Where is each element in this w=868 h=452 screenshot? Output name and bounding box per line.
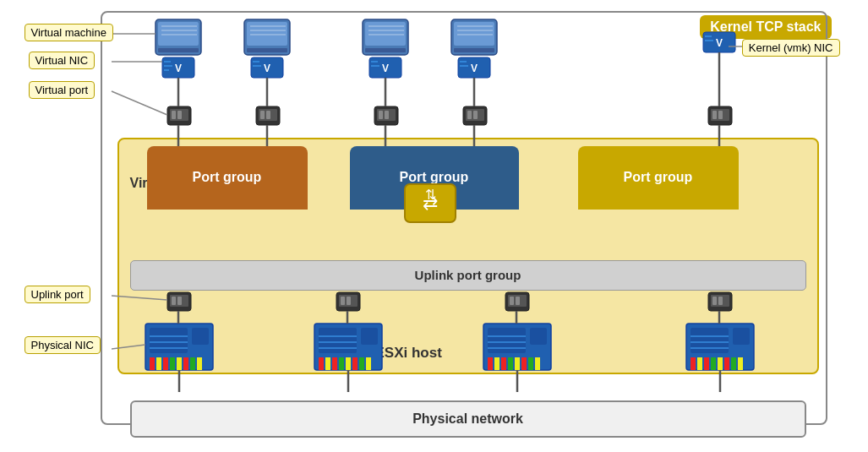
virtual-nic-label: Virtual NIC <box>29 52 96 69</box>
diagram-svg: V V V <box>20 7 849 446</box>
svg-rect-80 <box>718 297 723 305</box>
svg-rect-105 <box>346 357 351 370</box>
svg-rect-72 <box>347 297 351 305</box>
vm-icon-3: V <box>363 19 408 78</box>
svg-text:V: V <box>715 37 722 49</box>
svg-rect-90 <box>170 357 175 370</box>
svg-rect-108 <box>366 357 371 370</box>
diagram-container: Kernel TCP stack Virtual switch Port gro… <box>20 7 849 446</box>
svg-rect-52 <box>266 111 270 119</box>
vm-icon-4: V <box>451 19 497 78</box>
svg-rect-100 <box>361 328 378 345</box>
virtual-machine-label: Virtual machine <box>25 24 113 41</box>
svg-rect-124 <box>691 328 729 353</box>
virtual-port-2 <box>256 106 280 125</box>
svg-rect-136 <box>738 357 743 370</box>
vm-icon-2: V <box>244 19 290 78</box>
svg-rect-32 <box>454 22 494 46</box>
svg-rect-102 <box>325 357 330 370</box>
pnic-3 <box>483 324 551 370</box>
svg-rect-115 <box>488 357 493 370</box>
uplink-port-2 <box>336 292 360 311</box>
svg-rect-60 <box>473 111 478 119</box>
vm-icon-1: V <box>156 19 201 78</box>
svg-rect-104 <box>339 357 344 370</box>
svg-rect-87 <box>150 357 155 370</box>
svg-rect-119 <box>515 357 520 370</box>
svg-text:V: V <box>470 63 477 74</box>
svg-rect-33 <box>454 48 494 52</box>
svg-rect-134 <box>724 357 729 370</box>
svg-rect-114 <box>530 328 547 345</box>
virtual-port-3 <box>374 106 398 125</box>
svg-rect-63 <box>712 111 717 119</box>
virtual-port-4 <box>463 106 487 125</box>
virtual-port-label: Virtual port <box>29 81 96 99</box>
svg-rect-132 <box>711 357 716 370</box>
svg-rect-133 <box>718 357 723 370</box>
svg-rect-101 <box>319 357 324 370</box>
svg-rect-118 <box>508 357 513 370</box>
svg-rect-47 <box>172 111 176 119</box>
svg-rect-1 <box>158 22 199 46</box>
pnic-4 <box>686 324 754 370</box>
svg-rect-48 <box>177 111 182 119</box>
svg-rect-93 <box>190 357 195 370</box>
svg-rect-120 <box>521 357 527 370</box>
svg-rect-22 <box>365 22 406 46</box>
svg-rect-13 <box>247 48 287 52</box>
uplink-port-1 <box>167 292 191 311</box>
svg-rect-71 <box>341 297 345 305</box>
svg-rect-129 <box>691 357 696 370</box>
svg-rect-86 <box>192 328 209 345</box>
svg-rect-110 <box>488 328 526 353</box>
svg-rect-116 <box>494 357 500 370</box>
svg-rect-68 <box>177 297 182 305</box>
vmk-nic-icon: V <box>703 32 735 52</box>
svg-rect-106 <box>352 357 358 370</box>
svg-rect-79 <box>712 297 717 305</box>
svg-rect-64 <box>718 111 723 119</box>
svg-text:V: V <box>381 63 388 74</box>
svg-rect-92 <box>183 357 188 370</box>
svg-rect-51 <box>260 111 265 119</box>
svg-rect-67 <box>172 297 176 305</box>
svg-rect-88 <box>156 357 161 370</box>
svg-rect-55 <box>379 111 383 119</box>
svg-rect-130 <box>697 357 702 370</box>
svg-rect-131 <box>704 357 709 370</box>
physical-nic-label: Physical NIC <box>25 336 101 354</box>
svg-rect-82 <box>150 328 188 353</box>
svg-rect-23 <box>365 48 406 52</box>
svg-text:V: V <box>174 63 181 74</box>
svg-rect-89 <box>163 357 168 370</box>
svg-rect-103 <box>332 357 337 370</box>
uplink-port-label: Uplink port <box>25 286 90 303</box>
svg-rect-122 <box>535 357 540 370</box>
kernel-vmk-nic-label: Kernel (vmk) NIC <box>742 39 840 57</box>
svg-rect-117 <box>501 357 506 370</box>
svg-line-162 <box>112 345 145 349</box>
svg-line-161 <box>112 296 167 300</box>
svg-rect-121 <box>528 357 533 370</box>
pnic-1 <box>145 324 213 370</box>
svg-rect-12 <box>247 22 287 46</box>
svg-rect-94 <box>197 357 202 370</box>
svg-rect-128 <box>733 328 750 345</box>
virtual-port-1 <box>167 106 191 125</box>
switch-icon: ⇄ ⇅ <box>405 184 456 222</box>
vmk-port <box>708 106 732 125</box>
svg-rect-107 <box>359 357 364 370</box>
svg-rect-96 <box>319 328 357 353</box>
svg-text:V: V <box>263 63 270 74</box>
svg-rect-76 <box>516 297 520 305</box>
svg-rect-91 <box>177 357 182 370</box>
svg-rect-135 <box>731 357 736 370</box>
svg-line-160 <box>112 91 167 115</box>
svg-rect-2 <box>158 48 199 52</box>
pnic-2 <box>314 324 382 370</box>
uplink-port-4 <box>708 292 732 311</box>
uplink-port-3 <box>505 292 529 311</box>
svg-rect-75 <box>510 297 514 305</box>
svg-rect-56 <box>385 111 389 119</box>
